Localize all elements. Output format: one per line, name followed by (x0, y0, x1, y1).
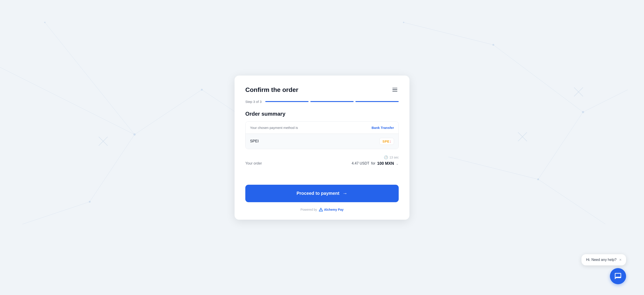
menu-button[interactable] (391, 86, 399, 93)
menu-line-1 (392, 88, 397, 88)
order-summary: 🕐 13 sec Your order 4.47 USDT for 100 MX… (245, 155, 399, 167)
svg-line-1 (90, 134, 134, 202)
payment-method-link[interactable]: Bank Transfer (372, 126, 394, 130)
powered-by: Powered by Alchemy Pay (245, 208, 399, 212)
svg-point-19 (89, 201, 90, 203)
modal-header: Confirm the order (245, 86, 399, 94)
spei-label: SPEI (250, 139, 259, 144)
svg-line-11 (404, 22, 493, 45)
svg-point-24 (537, 178, 539, 180)
order-label: Your order (245, 162, 262, 166)
menu-line-3 (392, 91, 397, 92)
arrow-right-icon: → (343, 190, 348, 196)
chat-widget: Hi. Need any help? × (582, 254, 626, 284)
proceed-to-payment-button[interactable]: Proceed to payment → (245, 185, 399, 202)
menu-line-2 (392, 90, 397, 90)
proceed-button-label: Proceed to payment (296, 191, 339, 196)
order-timer: 🕐 13 sec (245, 155, 399, 160)
svg-line-10 (538, 179, 606, 224)
payment-method-box: Your chosen payment method is Bank Trans… (245, 122, 399, 149)
svg-point-18 (134, 134, 136, 136)
alchemy-logo-icon (319, 208, 323, 212)
section-title: Order summary (245, 111, 399, 117)
step-bar-3 (356, 101, 399, 102)
chevron-down-icon[interactable]: ⌄ (396, 162, 399, 166)
order-amount: 4.47 USDT for 100 MXN ⌄ (352, 161, 399, 166)
spei-badge-colon: : (390, 140, 391, 143)
order-for-text: for (371, 162, 375, 166)
step-bar-1 (265, 101, 308, 102)
svg-point-21 (44, 22, 46, 23)
clock-icon: 🕐 (384, 155, 388, 160)
powered-by-text: Powered by (300, 208, 317, 212)
step-bars (265, 101, 399, 102)
order-row: Your order 4.47 USDT for 100 MXN ⌄ (245, 161, 399, 166)
modal-title: Confirm the order (245, 86, 298, 94)
step-label: Step 3 of 3 (245, 100, 262, 104)
svg-line-7 (583, 90, 628, 112)
alchemy-logo: Alchemy Pay (319, 208, 344, 212)
svg-point-22 (492, 44, 494, 46)
chat-close-button[interactable]: × (619, 258, 622, 262)
timer-text: 13 sec (390, 156, 399, 159)
svg-line-5 (45, 22, 134, 134)
svg-line-0 (0, 67, 134, 134)
chat-icon (614, 272, 622, 280)
chat-bubble: Hi. Need any help? × (582, 254, 626, 266)
svg-line-6 (493, 45, 583, 112)
svg-line-9 (448, 157, 538, 179)
svg-point-20 (201, 89, 203, 90)
chat-open-button[interactable] (610, 268, 626, 284)
payment-method-row: Your chosen payment method is Bank Trans… (246, 122, 398, 134)
order-usdt-amount: 4.47 USDT (352, 162, 369, 166)
step-indicator: Step 3 of 3 (245, 100, 399, 104)
spacer (245, 167, 399, 185)
svg-point-25 (403, 22, 404, 23)
svg-line-3 (134, 90, 202, 134)
chat-bubble-text: Hi. Need any help? (586, 258, 616, 262)
payment-method-text: Your chosen payment method is (250, 126, 298, 130)
alchemy-brand-name: Alchemy Pay (324, 208, 344, 212)
spei-badge-sp: SPE (382, 140, 390, 143)
step-bar-2 (310, 101, 354, 102)
order-mxn-amount: 100 MXN (377, 161, 394, 166)
modal-card: Confirm the order Step 3 of 3 Order summ… (234, 76, 410, 220)
svg-line-2 (22, 202, 90, 224)
spei-badge: SPE : (380, 138, 394, 145)
svg-line-8 (538, 112, 583, 179)
spei-row: SPEI SPE : (246, 134, 398, 149)
svg-point-23 (582, 111, 584, 113)
